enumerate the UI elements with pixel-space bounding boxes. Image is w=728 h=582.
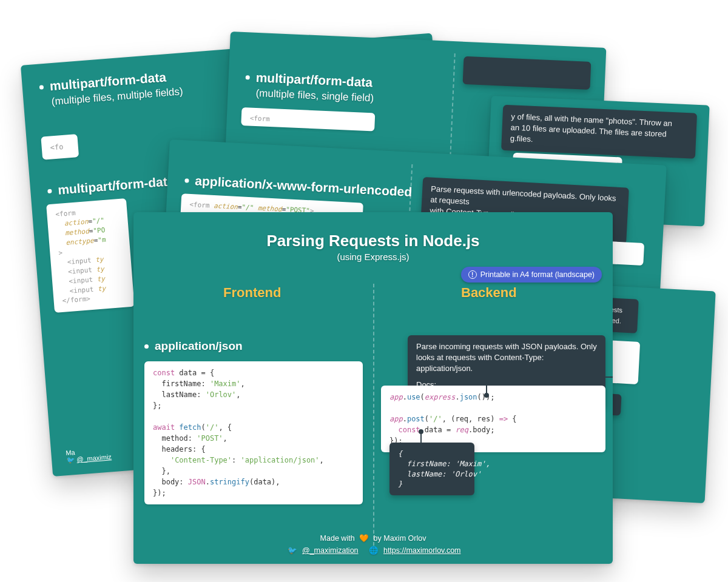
connector-line-2: [420, 432, 422, 445]
frontend-heading: Frontend: [223, 285, 281, 301]
footer: Made with 🧡 by Maxim Orlov 🐦 @_maximizat…: [133, 532, 613, 557]
card3-tooltip: y of files, all with the name "photos". …: [501, 105, 697, 158]
card1-snip-text: <fo: [50, 142, 64, 152]
twitter-handle-link[interactable]: @_maximization: [302, 546, 359, 555]
frontend-code: const data = { firstName: 'Maxim', lastN…: [144, 361, 363, 504]
backend-object-tooltip: { firstName: 'Maxim', lastName: 'Orlov' …: [389, 443, 474, 495]
card1-footer: Ma 🐦 @_maximiz: [66, 446, 112, 464]
card2-tooltip: [463, 56, 592, 90]
card1-form-code: <form action="/" method="PO enctype="m >…: [46, 198, 135, 313]
globe-icon: 🌐: [369, 544, 379, 557]
backend-tooltip-text: Parse incoming requests with JSON payloa…: [416, 341, 597, 375]
section-title-text: application/json: [155, 340, 243, 353]
printable-label: Printable in A4 format (landscape): [480, 270, 595, 279]
info-icon: !: [468, 270, 477, 279]
card1-title2-text: multipart/form-data: [57, 174, 175, 198]
connector-line-1b: [486, 376, 613, 378]
bullet-dot-icon: [246, 75, 250, 79]
card2-title-text: multipart/form-data: [255, 70, 372, 90]
site-link[interactable]: https://maximorlov.com: [383, 546, 461, 555]
card3-tooltip-text: y of files, all with the name "photos". …: [510, 112, 673, 144]
main-subtitle: (using Express.js): [148, 252, 598, 262]
bullet-dot-icon: [39, 85, 44, 90]
bullet-dot-icon: [144, 344, 149, 349]
front-card: Parsing Requests in Node.js (using Expre…: [133, 212, 613, 564]
column-divider: [373, 284, 374, 546]
card1-code-snip: <fo: [41, 134, 79, 160]
footer-made: Made with: [320, 534, 355, 543]
backend-heading: Backend: [461, 285, 517, 301]
connector-line-1a: [486, 376, 487, 393]
section-title: application/json: [144, 340, 243, 353]
connector-dot-1: [484, 393, 489, 398]
bullet-dot-icon: [184, 178, 189, 182]
printable-pill[interactable]: ! Printable in A4 format (landscape): [461, 267, 602, 283]
twitter-icon: 🐦: [288, 544, 297, 557]
card2-code: <form: [241, 107, 375, 132]
heart-icon: 🧡: [359, 532, 369, 544]
twitter-icon: 🐦: [66, 456, 75, 464]
bullet-dot-icon: [47, 189, 52, 193]
footer-by: by Maxim Orlov: [374, 534, 426, 543]
main-title: Parsing Requests in Node.js: [148, 232, 598, 250]
